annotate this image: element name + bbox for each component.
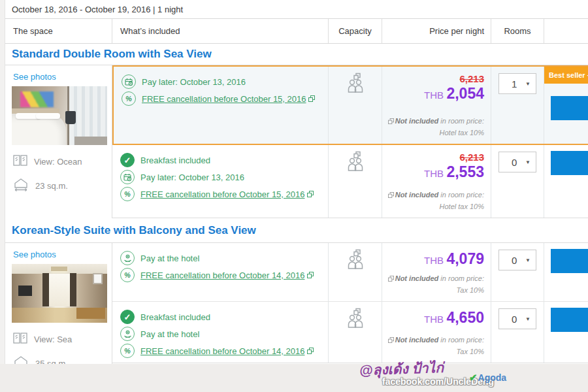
price-cell: THB 4,650 Not included in room price: Ta… xyxy=(382,302,491,363)
old-price: 6,213 xyxy=(459,73,484,84)
currency-label: THB xyxy=(424,255,444,266)
caret-down-icon: ▼ xyxy=(525,257,531,263)
capacity-icon xyxy=(329,243,382,301)
free-cancellation-link[interactable]: FREE cancellation before October 14, 201… xyxy=(140,346,304,356)
capacity-icon xyxy=(329,145,382,218)
room-view: View: Ocean xyxy=(13,155,106,168)
agoda-logo: ✔Agoda xyxy=(469,372,506,384)
tax-note: Not included in room price: Hotel tax 10… xyxy=(388,116,484,138)
see-photos-link[interactable]: See photos xyxy=(13,250,56,259)
offer-row: ✓ Breakfast included Pay later: October … xyxy=(112,145,588,218)
free-cancellation-link[interactable]: FREE cancellation before October 14, 201… xyxy=(140,270,304,280)
header-whats-included: What’s included xyxy=(112,19,329,43)
book-cell: Best seller – xyxy=(544,67,588,144)
currency-label: THB xyxy=(424,90,444,101)
offer-benefits: Pay at the hotel % FREE cancellation bef… xyxy=(112,243,329,301)
popup-icon xyxy=(307,270,314,280)
room-photo[interactable] xyxy=(12,86,107,145)
popup-icon xyxy=(388,116,394,127)
rooms-cell: 0 ▼ xyxy=(491,302,544,363)
capacity-icon xyxy=(329,67,382,144)
caret-down-icon: ▼ xyxy=(525,316,531,322)
floorplan-icon xyxy=(13,178,29,193)
header-capacity: Capacity xyxy=(329,19,382,43)
check-icon: ✓ xyxy=(120,310,135,324)
rooms-select[interactable]: 1 ▼ xyxy=(498,73,536,94)
date-range: October 18, 2016 - October 19, 2016 | 1 … xyxy=(5,0,588,18)
percent-icon: % xyxy=(120,268,135,282)
feature-text: Pay later: October 13, 2016 xyxy=(140,172,244,182)
best-seller-badge: Best seller – xyxy=(544,67,588,84)
feature-text: Pay at the hotel xyxy=(140,253,199,263)
book-cell xyxy=(544,302,588,363)
tax-note: Not included in room price: Tax 10% xyxy=(388,273,484,295)
caret-down-icon: ▼ xyxy=(525,159,531,165)
price-amount: 2,553 xyxy=(446,163,484,180)
feature-text: Breakfast included xyxy=(140,312,210,322)
rooms-cell: 0 ▼ xyxy=(491,243,544,301)
capacity-icon xyxy=(329,302,382,363)
price-cell: 6,213 THB 2,553 Not included in room pri… xyxy=(382,145,491,218)
room-grid: October 18, 2016 - October 19, 2016 | 1 … xyxy=(5,0,588,371)
popup-icon xyxy=(388,274,394,285)
offer-row: ✓ Breakfast included Pay at the hotel xyxy=(112,302,588,363)
room-photo[interactable] xyxy=(12,264,107,323)
percent-icon: % xyxy=(122,91,136,106)
book-button[interactable] xyxy=(551,308,588,332)
price-amount: 2,054 xyxy=(446,85,484,102)
table-header: The space What’s included Capacity Price… xyxy=(5,18,588,44)
calendar-clock-icon xyxy=(122,74,136,89)
free-cancellation-link[interactable]: FREE cancellation before October 15, 201… xyxy=(140,189,304,199)
rooms-select[interactable]: 0 ▼ xyxy=(498,250,536,270)
popup-icon xyxy=(307,346,314,356)
popup-icon xyxy=(308,94,315,104)
price-amount: 4,650 xyxy=(446,309,484,326)
currency-label: THB xyxy=(424,314,444,325)
rooms-cell: 1 ▼ xyxy=(491,67,544,144)
tax-note: Not included in room price: Hotel tax 10… xyxy=(388,189,484,212)
see-photos-link[interactable]: See photos xyxy=(13,72,56,82)
price-cell: 6,213 THB 2,054 Not included in room pri… xyxy=(382,67,491,144)
hand-coin-icon xyxy=(120,251,135,265)
calendar-clock-icon xyxy=(120,170,135,184)
header-the-space: The space xyxy=(5,19,112,43)
room-size: 23 sq.m. xyxy=(13,178,106,193)
feature-text: Pay later: October 13, 2016 xyxy=(142,77,246,87)
rooms-cell: 0 ▼ xyxy=(491,145,544,218)
book-button[interactable] xyxy=(551,151,588,175)
room-view: View: Sea xyxy=(13,333,106,346)
page-left-margin xyxy=(0,0,5,364)
currency-label: THB xyxy=(424,168,444,179)
feature-text: Breakfast included xyxy=(140,155,210,165)
window-icon xyxy=(13,333,27,346)
book-cell xyxy=(544,145,588,218)
popup-icon xyxy=(388,335,394,346)
free-cancellation-link[interactable]: FREE cancellation before October 15, 201… xyxy=(142,94,306,104)
agoda-check-icon: ✔ xyxy=(469,372,478,383)
offer-row: Pay at the hotel % FREE cancellation bef… xyxy=(112,243,588,302)
header-book-column xyxy=(544,19,588,43)
book-button[interactable] xyxy=(551,249,588,273)
feature-text: Pay at the hotel xyxy=(140,329,199,339)
book-button[interactable] xyxy=(551,96,588,120)
rooms-select[interactable]: 0 ▼ xyxy=(498,152,536,172)
popup-icon xyxy=(388,190,394,201)
offer-benefits: ✓ Breakfast included Pay at the hotel xyxy=(112,302,329,363)
room-photo-column: See photos View: Sea xyxy=(5,243,112,371)
popup-icon xyxy=(307,189,314,199)
percent-icon: % xyxy=(120,344,135,358)
old-price: 6,213 xyxy=(459,152,484,163)
room-type-title: Korean-Style Suite with Balcony and Sea … xyxy=(5,218,588,243)
rooms-select[interactable]: 0 ▼ xyxy=(498,308,536,329)
tax-note: Not included in room price: Tax 10% xyxy=(388,335,484,357)
room-photo-column: See photos View: Ocean xyxy=(5,65,112,218)
offer-row-best-seller: Pay later: October 13, 2016 % FREE cance… xyxy=(112,65,588,145)
header-price-per-night: Price per night xyxy=(382,19,491,43)
room-type-title: Standard Double Room with Sea View xyxy=(5,44,588,65)
hand-coin-icon xyxy=(120,327,135,341)
price-amount: 4,079 xyxy=(446,250,484,267)
offer-benefits: ✓ Breakfast included Pay later: October … xyxy=(112,145,329,218)
caret-down-icon: ▼ xyxy=(525,81,531,87)
header-rooms: Rooms xyxy=(491,19,544,43)
window-icon xyxy=(13,155,27,168)
